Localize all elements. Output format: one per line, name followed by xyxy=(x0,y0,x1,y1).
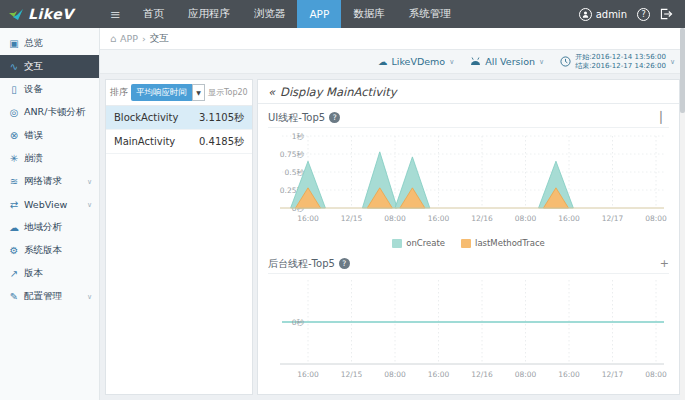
activity-row-MainActivity[interactable]: MainActivity0.4185秒 xyxy=(106,130,252,154)
chevron-down-icon: ∨ xyxy=(670,58,675,66)
crash-icon: ✳ xyxy=(7,153,21,164)
sort-select[interactable]: 平均响应时间 ▼ xyxy=(131,84,205,101)
ui-thread-chart-block: UI线程-Top5 ? ▏ 1秒0.75秒0.5秒0.25秒0秒16:0012/… xyxy=(258,104,679,250)
expand-icon[interactable]: + xyxy=(660,258,669,269)
legend-swatch xyxy=(392,239,402,248)
activity-list-panel: 排序 平均响应时间 ▼ 显示Top20 BlockActivity3.1105秒… xyxy=(105,79,253,395)
breadcrumb-current: 交互 xyxy=(150,32,169,45)
scrollbar xyxy=(680,28,685,400)
overview-icon: ▣ xyxy=(7,38,21,49)
help-icon[interactable]: ? xyxy=(637,8,650,21)
background-thread-chart-title: 后台线程-Top5 xyxy=(268,257,335,271)
logout-icon[interactable] xyxy=(660,5,673,24)
chart-menu-icon[interactable]: ▏ xyxy=(661,112,669,123)
svg-text:0秒: 0秒 xyxy=(292,318,305,327)
version-selector[interactable]: All Version ∨ xyxy=(470,56,544,67)
scrollbar-thumb[interactable] xyxy=(680,28,685,113)
breadcrumb-separator: › xyxy=(142,33,146,44)
version-icon: ↗ xyxy=(7,268,21,279)
app-selector-label: LikeVDemo xyxy=(392,56,446,67)
version-selector-label: All Version xyxy=(485,56,535,67)
brand-logo[interactable]: LikeV xyxy=(0,6,100,22)
user-menu[interactable]: admin xyxy=(579,8,627,21)
sidebar-item-device[interactable]: ▯设备 xyxy=(0,78,99,101)
date-range-picker[interactable]: 开始:2016-12-14 13:56:00 结束:2016-12-17 14:… xyxy=(560,53,675,70)
svg-text:0.75秒: 0.75秒 xyxy=(280,150,305,159)
background-thread-chart-block: 后台线程-Top5 ? + 16:0012/1508:0016:0012/160… xyxy=(258,250,679,394)
sidebar-item-overview[interactable]: ▣总览 xyxy=(0,32,99,55)
filter-toolbar: ☁ LikeVDemo ∨ All Version ∨ 开始 xyxy=(100,50,685,74)
sidebar: ▣总览∿交互▯设备◎ANR/卡顿分析⊗错误✳崩溃≋网络请求∨⇄WebView∨☁… xyxy=(0,28,100,400)
svg-text:12/17: 12/17 xyxy=(602,370,624,379)
svg-text:1秒: 1秒 xyxy=(292,132,305,141)
interaction-icon: ∿ xyxy=(7,61,21,72)
chevron-down-icon: ∨ xyxy=(449,58,454,66)
home-icon[interactable]: ⌂ xyxy=(110,33,116,44)
sidebar-item-config-management[interactable]: ✎配置管理∨ xyxy=(0,285,99,308)
sidebar-item-crash[interactable]: ✳崩溃 xyxy=(0,147,99,170)
sidebar-item-label: WebView xyxy=(24,199,67,210)
sort-select-value: 平均响应时间 xyxy=(131,84,192,101)
sidebar-item-webview[interactable]: ⇄WebView∨ xyxy=(0,193,99,216)
svg-text:0.5秒: 0.5秒 xyxy=(285,168,305,177)
svg-text:16:00: 16:00 xyxy=(558,370,580,379)
sort-label: 排序 xyxy=(110,86,128,99)
sidebar-item-label: 系统版本 xyxy=(24,244,62,257)
sidebar-item-label: 错误 xyxy=(24,129,43,142)
nav-item-home[interactable]: 首页 xyxy=(131,0,176,28)
nav-item-browser[interactable]: 浏览器 xyxy=(242,0,298,28)
svg-text:08:00: 08:00 xyxy=(645,214,667,223)
device-icon: ▯ xyxy=(7,84,21,95)
sidebar-item-label: ANR/卡顿分析 xyxy=(24,106,85,119)
legend-label: lastMethodTrace xyxy=(475,238,545,248)
brand-name: LikeV xyxy=(28,6,73,22)
activity-name: BlockActivity xyxy=(114,112,178,123)
svg-text:12/16: 12/16 xyxy=(471,370,493,379)
svg-text:08:00: 08:00 xyxy=(645,370,667,379)
sidebar-item-network-request[interactable]: ≋网络请求∨ xyxy=(0,170,99,193)
hamburger-menu-icon[interactable]: ≡ xyxy=(110,7,121,22)
legend-item-onCreate[interactable]: onCreate xyxy=(392,238,445,248)
activity-row-BlockActivity[interactable]: BlockActivity3.1105秒 xyxy=(106,106,252,130)
svg-text:16:00: 16:00 xyxy=(428,214,450,223)
help-icon[interactable]: ? xyxy=(339,258,350,269)
android-icon xyxy=(470,57,481,66)
svg-text:08:00: 08:00 xyxy=(515,370,537,379)
sidebar-item-label: 配置管理 xyxy=(24,290,62,303)
top-navigation-bar: LikeV ≡ 首页应用程序浏览器APP数据库系统管理 admin ? xyxy=(0,0,685,28)
nav-item-database[interactable]: 数据库 xyxy=(341,0,397,28)
topbar-right: admin ? xyxy=(579,5,685,24)
sidebar-item-label: 崩溃 xyxy=(24,152,43,165)
sidebar-item-system-version[interactable]: ⚙系统版本 xyxy=(0,239,99,262)
chevron-down-icon: ∨ xyxy=(539,58,544,66)
svg-text:16:00: 16:00 xyxy=(297,370,319,379)
legend-item-lastMethodTrace[interactable]: lastMethodTrace xyxy=(461,238,545,248)
sidebar-item-version[interactable]: ↗版本 xyxy=(0,262,99,285)
sidebar-item-error[interactable]: ⊗错误 xyxy=(0,124,99,147)
svg-text:12/16: 12/16 xyxy=(471,214,493,223)
nav-item-app[interactable]: APP xyxy=(297,0,341,28)
collapse-icon[interactable]: « xyxy=(268,85,275,99)
sidebar-item-label: 交互 xyxy=(24,60,43,73)
svg-text:12/15: 12/15 xyxy=(341,214,363,223)
svg-text:16:00: 16:00 xyxy=(297,214,319,223)
activity-detail-panel: « Display MainActivity UI线程-Top5 ? ▏ 1秒0… xyxy=(257,79,680,395)
sidebar-item-anr-analysis[interactable]: ◎ANR/卡顿分析 xyxy=(0,101,99,124)
nav-item-applications[interactable]: 应用程序 xyxy=(176,0,242,28)
chevron-down-icon: ∨ xyxy=(87,178,92,186)
sidebar-item-label: 设备 xyxy=(24,83,43,96)
svg-text:12/15: 12/15 xyxy=(341,370,363,379)
app-selector[interactable]: ☁ LikeVDemo ∨ xyxy=(378,56,454,67)
system-version-icon: ⚙ xyxy=(7,245,21,256)
region-analysis-icon: ☁ xyxy=(7,222,21,233)
caret-down-icon: ▼ xyxy=(192,84,205,101)
sidebar-item-interaction[interactable]: ∿交互 xyxy=(0,55,99,78)
breadcrumb-app[interactable]: APP xyxy=(120,33,138,44)
svg-text:08:00: 08:00 xyxy=(384,370,406,379)
svg-text:08:00: 08:00 xyxy=(384,214,406,223)
primary-nav: 首页应用程序浏览器APP数据库系统管理 xyxy=(131,0,463,28)
nav-item-system-management[interactable]: 系统管理 xyxy=(397,0,463,28)
sidebar-item-region-analysis[interactable]: ☁地域分析 xyxy=(0,216,99,239)
chart-legend: onCreatelastMethodTrace xyxy=(268,236,669,250)
help-icon[interactable]: ? xyxy=(329,112,340,123)
